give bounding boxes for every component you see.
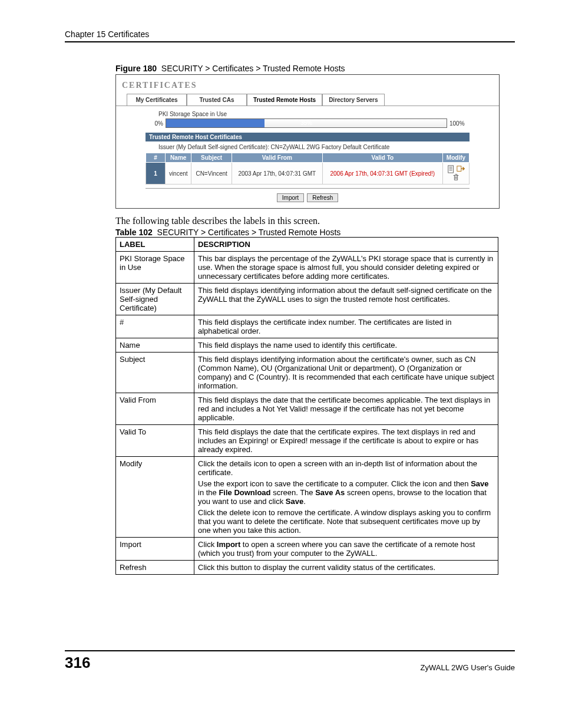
- desc-header-row: LABEL DESCRIPTION: [116, 238, 498, 252]
- desc-text: This field displays the name used to ide…: [194, 338, 498, 353]
- storage-value: 35%: [166, 119, 447, 127]
- desc-label: Import: [116, 538, 194, 561]
- col-name: Name: [166, 153, 191, 163]
- tab-trusted-cas[interactable]: Trusted CAs: [187, 94, 247, 106]
- svg-rect-4: [457, 166, 461, 172]
- tab-trusted-remote-hosts[interactable]: Trusted Remote Hosts: [247, 94, 322, 106]
- cell-valid-from: 2003 Apr 17th, 04:07:31 GMT: [232, 163, 322, 185]
- desc-text: This field displays the date that the ce…: [194, 393, 498, 425]
- table-row: Issuer (My Default Self-signed Certifica…: [116, 284, 498, 315]
- desc-label: PKI Storage Space in Use: [116, 252, 194, 284]
- page-number: 316: [65, 654, 90, 672]
- issuer-line: Issuer (My Default Self-signed Certifica…: [158, 144, 499, 150]
- desc-text: This field displays identifying informat…: [194, 284, 498, 315]
- storage-label: PKI Storage Space in Use: [158, 111, 499, 117]
- desc-label: Refresh: [116, 561, 194, 575]
- col-idx: #: [146, 153, 166, 163]
- table-row: PKI Storage Space in UseThis bar display…: [116, 252, 498, 284]
- chapter-header: Chapter 15 Certificates: [65, 29, 515, 39]
- desc-text: This field displays the date that the ce…: [194, 425, 498, 457]
- screenshot-panel: CERTIFICATES My Certificates Trusted CAs…: [115, 74, 500, 209]
- desc-label: Valid From: [116, 393, 194, 425]
- footer: 316 ZyWALL 2WG User's Guide: [65, 650, 515, 672]
- table-row: RefreshClick this button to display the …: [116, 561, 498, 575]
- cell-valid-to: 2006 Apr 17th, 04:07:31 GMT (Expired!): [322, 163, 442, 185]
- table-row: ImportClick Import to open a screen wher…: [116, 538, 498, 561]
- table-row: SubjectThis field displays identifying i…: [116, 353, 498, 393]
- col-subject: Subject: [191, 153, 232, 163]
- storage-max: 100%: [447, 120, 470, 127]
- col-modify: Modify: [442, 153, 469, 163]
- storage-min: 0%: [146, 120, 166, 127]
- desc-text: This field displays the certificate inde…: [194, 315, 498, 338]
- divider: [146, 188, 470, 189]
- figure-caption: Figure 180 SECURITY > Certificates > Tru…: [115, 64, 515, 73]
- import-button[interactable]: Import: [277, 193, 304, 202]
- refresh-button[interactable]: Refresh: [307, 193, 338, 202]
- table-row: NameThis field displays the name used to…: [116, 338, 498, 353]
- tab-my-certificates[interactable]: My Certificates: [127, 94, 187, 106]
- desc-text: Click the details icon to open a screen …: [194, 457, 498, 538]
- table-caption-text: SECURITY > Certificates > Trusted Remote…: [157, 228, 341, 237]
- svg-rect-0: [448, 166, 453, 173]
- desc-label: Issuer (My Default Self-signed Certifica…: [116, 284, 194, 315]
- cell-modify: [442, 163, 469, 185]
- desc-text: Click this button to display the current…: [194, 561, 498, 575]
- table-row: Valid FromThis field displays the date t…: [116, 393, 498, 425]
- export-icon[interactable]: [457, 166, 465, 172]
- details-icon[interactable]: [447, 166, 455, 172]
- storage-bar-row: 0% 35% 100%: [146, 118, 470, 128]
- desc-label: Modify: [116, 457, 194, 538]
- desc-label: Valid To: [116, 425, 194, 457]
- description-table: LABEL DESCRIPTION PKI Storage Space in U…: [115, 237, 498, 575]
- panel-title: CERTIFICATES: [116, 78, 499, 94]
- tabs: My Certificates Trusted CAs Trusted Remo…: [116, 94, 499, 106]
- desc-label: Name: [116, 338, 194, 353]
- intro-text: The following table describes the labels…: [115, 216, 515, 226]
- desc-label: #: [116, 315, 194, 338]
- table-label: Table 102: [115, 228, 153, 237]
- desc-label: Subject: [116, 353, 194, 393]
- desc-text: Click Import to open a screen where you …: [194, 538, 498, 561]
- storage-bar: 35%: [166, 118, 447, 128]
- button-row: Import Refresh: [116, 193, 499, 202]
- desc-text: This bar displays the percentage of the …: [194, 252, 498, 284]
- desc-text: This field displays identifying informat…: [194, 353, 498, 393]
- tab-directory-servers[interactable]: Directory Servers: [322, 94, 384, 106]
- figure-label: Figure 180: [115, 64, 157, 73]
- table-caption: Table 102 SECURITY > Certificates > Trus…: [115, 228, 515, 237]
- cert-table-header-row: # Name Subject Valid From Valid To Modif…: [146, 153, 470, 163]
- desc-head-label: LABEL: [116, 238, 194, 252]
- col-valid-from: Valid From: [232, 153, 322, 163]
- cell-name: vincent: [166, 163, 191, 185]
- desc-head-desc: DESCRIPTION: [194, 238, 498, 252]
- section-header: Trusted Remote Host Certificates: [146, 133, 470, 141]
- table-row: 1 vincent CN=Vincent 2003 Apr 17th, 04:0…: [146, 163, 470, 185]
- delete-icon[interactable]: [452, 174, 460, 180]
- footer-rule: [65, 650, 515, 651]
- cell-idx: 1: [146, 163, 166, 185]
- table-row: ModifyClick the details icon to open a s…: [116, 457, 498, 538]
- cell-subject: CN=Vincent: [191, 163, 232, 185]
- cert-table: # Name Subject Valid From Valid To Modif…: [146, 153, 470, 185]
- figure-caption-text: SECURITY > Certificates > Trusted Remote…: [161, 64, 345, 73]
- header-rule: [65, 41, 515, 42]
- col-valid-to: Valid To: [322, 153, 442, 163]
- guide-name: ZyWALL 2WG User's Guide: [421, 663, 515, 672]
- table-row: #This field displays the certificate ind…: [116, 315, 498, 338]
- table-row: Valid ToThis field displays the date tha…: [116, 425, 498, 457]
